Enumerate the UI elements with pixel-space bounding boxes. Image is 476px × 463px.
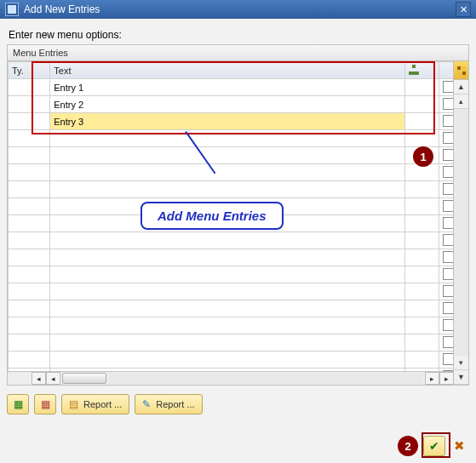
- report-button-2[interactable]: ✎ Report ...: [135, 394, 202, 414]
- cell-type[interactable]: [9, 147, 50, 164]
- cell-hier[interactable]: [404, 300, 439, 317]
- cell-hier[interactable]: [404, 352, 439, 369]
- svg-rect-2: [457, 71, 461, 75]
- cell-type[interactable]: [9, 113, 50, 130]
- title-bar: Add New Entries ✕: [0, 0, 476, 19]
- cell-text[interactable]: [50, 352, 405, 369]
- col-hierarchy-icon[interactable]: [404, 62, 439, 79]
- prompt-text: Enter new menu options:: [9, 29, 469, 41]
- table-row[interactable]: [9, 130, 469, 147]
- table-row[interactable]: [9, 352, 469, 369]
- add-row-button[interactable]: ▦: [7, 394, 29, 414]
- table-row[interactable]: [9, 283, 469, 300]
- delete-row-button[interactable]: ▦: [34, 394, 56, 414]
- plus-row-icon: ▦: [14, 399, 23, 409]
- check-icon: ✔: [429, 439, 439, 453]
- cell-text[interactable]: [50, 266, 405, 283]
- vscroll-track[interactable]: [454, 109, 468, 356]
- svg-rect-1: [462, 66, 466, 70]
- cell-text[interactable]: [50, 130, 405, 147]
- table-row[interactable]: Entry 1/ACCGO/04000060: [9, 79, 469, 96]
- cell-type[interactable]: [9, 164, 50, 181]
- cell-type[interactable]: [9, 283, 50, 300]
- cell-text[interactable]: [50, 283, 405, 300]
- close-button[interactable]: ✕: [456, 2, 471, 17]
- window-title: Add New Entries: [24, 3, 100, 15]
- cell-type[interactable]: [9, 334, 50, 352]
- hscroll-right-button[interactable]: ▸: [425, 372, 439, 385]
- cell-text[interactable]: Entry 2: [50, 96, 405, 113]
- cell-type[interactable]: [9, 79, 50, 96]
- table-row[interactable]: [9, 334, 469, 352]
- table-row[interactable]: [9, 181, 469, 198]
- minus-row-icon: ▦: [41, 399, 50, 409]
- cell-hier[interactable]: [404, 215, 439, 232]
- cell-text[interactable]: [50, 113, 405, 130]
- cell-type[interactable]: [9, 352, 50, 369]
- hscroll-thumb[interactable]: [62, 373, 106, 384]
- footer-actions: 2 ✔ ✖: [398, 436, 467, 456]
- cell-text[interactable]: [50, 249, 405, 266]
- cell-hier[interactable]: [404, 198, 439, 215]
- table-row[interactable]: [9, 232, 469, 249]
- hscroll-first-button[interactable]: ◂: [32, 372, 46, 385]
- cell-type[interactable]: [9, 317, 50, 334]
- table-row[interactable]: /ACCGO/04000060: [9, 113, 469, 130]
- scroll-down-button[interactable]: ▼: [454, 370, 468, 385]
- cell-hier[interactable]: [404, 96, 439, 113]
- hscroll-left-button[interactable]: ◂: [46, 372, 60, 385]
- confirm-button[interactable]: ✔: [423, 436, 445, 456]
- cell-type[interactable]: [9, 181, 50, 198]
- dialog-body: Enter new menu options: Menu Entries Ty.…: [0, 19, 476, 463]
- annotation-bubble-1: 1: [413, 146, 433, 167]
- cell-text[interactable]: [50, 147, 405, 164]
- hscroll-bar: ◂ ◂ ▸ ▸: [8, 371, 454, 385]
- cell-text[interactable]: [50, 181, 405, 198]
- cell-type[interactable]: [9, 300, 50, 317]
- report-button-1[interactable]: ▤ Report ...: [61, 394, 129, 414]
- cell-hier[interactable]: [404, 317, 439, 334]
- cell-text[interactable]: [50, 232, 405, 249]
- window-icon: [5, 3, 19, 16]
- hscroll-last-button[interactable]: ▸: [439, 372, 454, 385]
- cell-type[interactable]: [9, 232, 50, 249]
- cell-text[interactable]: [50, 317, 405, 334]
- scroll-up-button[interactable]: ▲: [454, 80, 468, 94]
- cell-type[interactable]: [9, 96, 50, 113]
- cell-hier[interactable]: [404, 266, 439, 283]
- table-row[interactable]: [9, 317, 469, 334]
- annotation-callout: Add Menu Entries: [141, 202, 284, 230]
- panel-title: Menu Entries: [8, 45, 468, 61]
- cell-hier[interactable]: [404, 113, 439, 130]
- table-row[interactable]: Entry 2/ACCGO/04000060: [9, 96, 469, 113]
- cell-text[interactable]: [50, 300, 405, 317]
- cell-hier[interactable]: [404, 79, 439, 96]
- col-text[interactable]: Text: [50, 62, 405, 79]
- table-row[interactable]: [9, 147, 469, 164]
- table-right-strip: ▲ ▴ ▾ ▼: [453, 61, 468, 385]
- table-row[interactable]: [9, 266, 469, 283]
- cell-type[interactable]: [9, 266, 50, 283]
- table-configure-button[interactable]: [454, 61, 468, 80]
- cell-hier[interactable]: [404, 232, 439, 249]
- cell-text[interactable]: [50, 164, 405, 181]
- table-row[interactable]: [9, 249, 469, 266]
- scroll-line-down-button[interactable]: ▾: [454, 356, 468, 370]
- cell-text[interactable]: Entry 1: [50, 79, 405, 96]
- table-row[interactable]: [9, 164, 469, 181]
- cell-hier[interactable]: [404, 334, 439, 352]
- table-row[interactable]: [9, 300, 469, 317]
- cell-hier[interactable]: [404, 283, 439, 300]
- cell-hier[interactable]: [404, 181, 439, 198]
- cell-hier[interactable]: [404, 130, 439, 147]
- cell-type[interactable]: [9, 215, 50, 232]
- cell-hier[interactable]: [404, 249, 439, 266]
- cell-type[interactable]: [9, 130, 50, 147]
- scroll-line-up-button[interactable]: ▴: [454, 94, 468, 109]
- cancel-button[interactable]: ✖: [450, 437, 467, 455]
- text-input[interactable]: [54, 117, 401, 127]
- col-type[interactable]: Ty.: [9, 62, 50, 79]
- cell-type[interactable]: [9, 249, 50, 266]
- cell-type[interactable]: [9, 198, 50, 215]
- cell-text[interactable]: [50, 334, 405, 352]
